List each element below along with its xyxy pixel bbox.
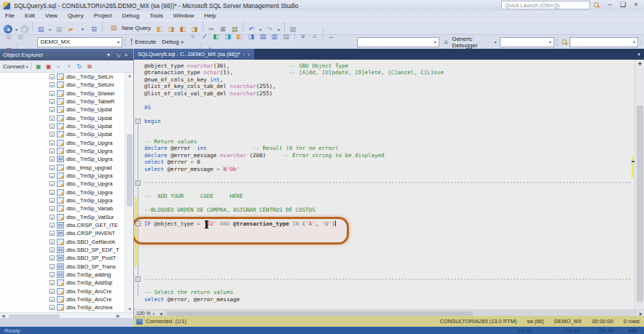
tree-item[interactable]: +dbo.SBO_SP_Trans — [0, 263, 133, 271]
hscroll-left-icon[interactable]: ◀ — [157, 311, 163, 316]
tree-item[interactable]: +dbo.SBO_SP_EDF_T — [0, 246, 133, 254]
tree-expand-icon[interactable]: + — [50, 181, 55, 186]
tree-expand-icon[interactable]: + — [50, 272, 55, 277]
debug-target-combo[interactable]: ▾ — [500, 37, 554, 47]
panel-close-icon[interactable]: × — [122, 52, 130, 58]
save-all-icon[interactable]: ⊟ — [89, 24, 99, 34]
menu-project[interactable]: Project — [89, 12, 117, 19]
connect-dropdown[interactable]: Connect ▾ — [3, 63, 28, 70]
code-line[interactable]: --BLOQUEO ORDEN DE COMPRA, ASIGNAR CENTR… — [144, 207, 631, 213]
tree-expand-icon[interactable]: + — [50, 206, 55, 211]
code-editor[interactable]: @object_type nvarchar(30), -- SBO Object… — [134, 60, 644, 309]
editor-hscrollbar-thumb[interactable] — [167, 311, 473, 316]
tree-item[interactable]: +dbo._TmSp_Upgra — [0, 180, 133, 188]
code-line[interactable] — [144, 241, 631, 247]
active-document-tab[interactable]: SQLQuery5.sql - C...DEMO_MX (sa (66))* ▫… — [134, 49, 254, 60]
code-line[interactable] — [144, 262, 631, 269]
uncomment-icon[interactable]: ≡ — [310, 31, 320, 41]
restore-button[interactable]: ❑ — [616, 0, 629, 9]
code-line[interactable]: ----------------------------------------… — [144, 179, 631, 186]
tree-expand-icon[interactable]: + — [50, 239, 55, 244]
code-line[interactable]: IF @object_type = '22' AND @transaction_… — [144, 220, 631, 227]
code-line[interactable]: AS — [144, 104, 631, 111]
menu-window[interactable]: Window — [168, 12, 199, 19]
tree-item[interactable]: +dbo._TmSp_SetLin — [0, 73, 133, 81]
oe-refresh-icon[interactable]: ↻ — [75, 62, 84, 71]
close-button[interactable]: × — [629, 0, 643, 9]
oe-connect-database-icon[interactable]: ▣ — [34, 62, 43, 71]
tree-expand-icon[interactable]: + — [50, 264, 55, 269]
code-line[interactable]: ----------------------------------------… — [144, 276, 631, 282]
code-line[interactable]: @object_type nvarchar(30), -- SBO Object… — [144, 63, 631, 69]
code-line[interactable]: -- ADD YOUR CODE HERE — [144, 193, 631, 199]
specify-template-values-icon[interactable]: ◧ — [211, 31, 221, 41]
open-file-icon[interactable]: ▰ — [66, 24, 76, 34]
decrease-indent-icon[interactable]: ← — [326, 31, 337, 41]
code-line[interactable] — [144, 111, 631, 117]
database-engine-query-icon[interactable]: ◨ — [166, 24, 176, 34]
menu-file[interactable]: File — [0, 12, 20, 19]
tree-expand-icon[interactable]: + — [50, 297, 55, 302]
tree-item[interactable]: +dbo._TmSp_Variab — [0, 204, 133, 212]
tree-item[interactable]: +dbo._TmSp_SetUni — [0, 81, 133, 89]
tree-item[interactable]: +dbo._TmSp_Updat — [0, 114, 133, 122]
tree-item[interactable]: +dbo._TmSp_Upgra — [0, 147, 133, 155]
object-explorer-header[interactable]: Object Explorer ▾ ⊤ × — [0, 49, 133, 60]
tree-expand-icon[interactable]: + — [50, 140, 55, 146]
tree-item[interactable]: +dbo.TmSp_adding — [0, 271, 133, 279]
new-file-caret[interactable]: ▾ — [47, 24, 52, 34]
tree-expand-icon[interactable]: + — [50, 198, 55, 203]
editor-horizontal-scrollbar[interactable] — [164, 311, 637, 316]
code-line[interactable] — [144, 172, 631, 179]
tree-expand-icon[interactable]: + — [50, 82, 55, 87]
include-actual-plan-icon[interactable]: ◨ — [223, 31, 233, 41]
tree-item[interactable]: +dbo._TmSp_Upgra — [0, 172, 133, 180]
window-position-caret-icon[interactable]: ▾ — [104, 52, 113, 58]
oe-disconnect-database-icon[interactable]: ▣ — [44, 62, 53, 71]
tree-item[interactable]: +dbo._TmSp_Upgra — [0, 139, 133, 147]
code-line[interactable]: select @error_message = N'Ok' — [144, 166, 631, 172]
code-line[interactable]: declare @error int -- Result (0 for no e… — [144, 145, 631, 151]
new-query-button[interactable]: ▤ New Query — [105, 22, 154, 33]
code-line[interactable]: @list_of_key_cols_tab_del nvarchar(255), — [144, 83, 631, 90]
tree-item[interactable]: +dbo.TmSp_AddSql — [0, 279, 133, 287]
results-to-text-icon[interactable]: ▤ — [258, 31, 268, 41]
code-line[interactable] — [144, 97, 631, 103]
tree-item[interactable]: +dbo._TmSp_Updat — [0, 106, 133, 114]
oe-filter-icon[interactable]: ▼ — [65, 62, 74, 71]
tree-expand-icon[interactable]: + — [50, 107, 55, 112]
tree-expand-icon[interactable]: + — [50, 148, 55, 154]
available-databases-combo[interactable]: DEMO_MX ▾ — [37, 37, 122, 47]
tree-expand-icon[interactable]: + — [50, 305, 55, 310]
tree-item[interactable]: +dbo._TmSp_Updat — [0, 122, 133, 130]
quick-launch-search-icon[interactable] — [593, 1, 600, 9]
tree-item[interactable]: +dbo.CRSP_INVENT — [0, 229, 133, 237]
tree-item[interactable]: +dbo._TmSp_Upgra — [0, 188, 133, 196]
code-line[interactable]: declare @error_message nvarchar (200) --… — [144, 152, 631, 159]
tree-expand-icon[interactable]: + — [50, 223, 55, 228]
code-line[interactable] — [144, 200, 631, 207]
tree-expand-icon[interactable]: + — [50, 91, 55, 96]
tab-close-icon[interactable]: × — [248, 52, 251, 57]
tab-pin-icon[interactable]: ▫ — [243, 52, 245, 57]
find-icon[interactable] — [560, 37, 569, 47]
tree-item[interactable]: +dbo.SBO_SP_PostT — [0, 254, 133, 262]
tree-expand-icon[interactable]: + — [50, 132, 55, 137]
results-to-grid-icon[interactable]: ▥ — [270, 31, 280, 41]
tree-expand-icon[interactable]: + — [50, 247, 55, 253]
tree-item[interactable]: +dbo.CRSP_GET_ITE — [0, 221, 133, 229]
tree-expand-icon[interactable]: + — [50, 190, 55, 195]
menu-edit[interactable]: Edit — [20, 12, 40, 19]
tree-item[interactable]: +dbo.SBO_GetNextA — [0, 238, 133, 246]
code-line[interactable] — [144, 248, 631, 255]
tree-expand-icon[interactable]: + — [50, 280, 55, 285]
tree-expand-icon[interactable]: + — [50, 165, 55, 170]
parse-icon[interactable]: ✓ — [200, 31, 210, 41]
fold-collapse-icon[interactable]: − — [136, 221, 141, 226]
tree-expand-icon[interactable]: + — [50, 99, 55, 104]
tree-expand-icon[interactable]: + — [50, 231, 55, 236]
code-line[interactable]: begin — [144, 118, 631, 124]
comment-icon[interactable]: ≡ — [298, 31, 308, 41]
tree-scrollbar-thumb[interactable] — [127, 134, 133, 207]
menu-view[interactable]: View — [40, 12, 63, 19]
